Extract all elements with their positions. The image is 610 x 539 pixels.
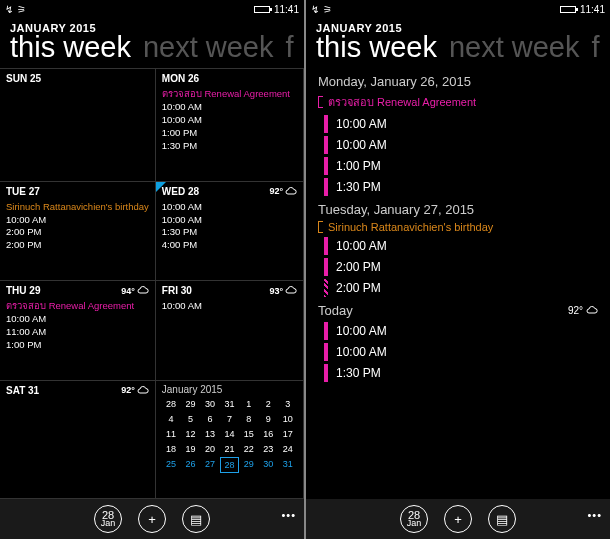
event-color-bar [324, 237, 328, 255]
agenda-list[interactable]: Monday, January 26, 2015ตรวจสอบ Renewal … [306, 62, 610, 499]
mini-day[interactable]: 25 [162, 457, 180, 473]
event-line[interactable]: ตรวจสอบ Renewal Agreement [6, 300, 149, 313]
agenda-item[interactable]: 1:00 PM [324, 157, 598, 175]
mini-day[interactable]: 31 [279, 457, 297, 473]
event-line[interactable]: 2:00 PM [6, 239, 149, 252]
pivot-this-week[interactable]: this week [10, 32, 131, 62]
pivot-tabs[interactable]: this week next week feb [10, 32, 294, 62]
event-line[interactable]: 1:00 PM [6, 339, 149, 352]
agenda-item[interactable]: 2:00 PM [324, 279, 598, 297]
day-cell[interactable]: SUN 25 [0, 69, 156, 181]
mini-day[interactable]: 13 [201, 427, 219, 441]
mini-day[interactable]: 10 [279, 412, 297, 426]
mini-month[interactable]: January 20152829303112345678910111213141… [156, 381, 304, 499]
mini-day[interactable]: 27 [201, 457, 219, 473]
agenda-item[interactable]: 10:00 AM [324, 136, 598, 154]
agenda-item[interactable]: 10:00 AM [324, 115, 598, 133]
pivot-feb[interactable]: feb [591, 32, 600, 62]
agenda-allday-event[interactable]: ตรวจสอบ Renewal Agreement [318, 93, 598, 111]
mini-day[interactable]: 11 [162, 427, 180, 441]
pivot-this-week[interactable]: this week [316, 32, 437, 62]
mini-day[interactable]: 28 [220, 457, 238, 473]
mini-day[interactable]: 29 [181, 397, 199, 411]
mini-day[interactable]: 1 [240, 397, 258, 411]
day-cell[interactable]: MON 26ตรวจสอบ Renewal Agreement10:00 AM1… [156, 69, 304, 181]
mini-day[interactable]: 19 [181, 442, 199, 456]
event-line[interactable]: 10:00 AM [162, 114, 297, 127]
mini-day[interactable]: 7 [220, 412, 238, 426]
day-cell[interactable]: FRI 3093° 10:00 AM [156, 281, 304, 381]
event-line[interactable]: 10:00 AM [6, 214, 149, 227]
agenda-day-header: Today92° [318, 303, 598, 318]
event-line[interactable]: 1:00 PM [162, 127, 297, 140]
mini-day[interactable]: 30 [259, 457, 277, 473]
today-button[interactable]: 28Jan [94, 505, 122, 533]
event-line[interactable]: ตรวจสอบ Renewal Agreement [162, 88, 297, 101]
event-line[interactable]: 10:00 AM [162, 300, 297, 313]
mini-day[interactable]: 26 [181, 457, 199, 473]
mini-day[interactable]: 24 [279, 442, 297, 456]
agenda-item[interactable]: 10:00 AM [324, 237, 598, 255]
mini-day[interactable]: 3 [279, 397, 297, 411]
day-cell[interactable]: THU 2994° ตรวจสอบ Renewal Agreement10:00… [0, 281, 156, 381]
mini-day[interactable]: 9 [259, 412, 277, 426]
view-button[interactable]: ▤ [488, 505, 516, 533]
mini-day[interactable]: 31 [220, 397, 238, 411]
battery-icon [560, 6, 576, 13]
mini-day[interactable]: 21 [220, 442, 238, 456]
pivot-next-week[interactable]: next week [143, 32, 274, 62]
event-line[interactable]: 10:00 AM [162, 201, 297, 214]
event-line[interactable]: 1:30 PM [162, 140, 297, 153]
event-line[interactable]: 4:00 PM [162, 239, 297, 252]
agenda-item[interactable]: 2:00 PM [324, 258, 598, 276]
agenda-item[interactable]: 1:30 PM [324, 178, 598, 196]
mini-day[interactable]: 30 [201, 397, 219, 411]
agenda-item[interactable]: 1:30 PM [324, 364, 598, 382]
mini-day[interactable]: 18 [162, 442, 180, 456]
day-cell[interactable]: SAT 3192° [0, 381, 156, 499]
event-line[interactable]: 2:00 PM [6, 226, 149, 239]
mini-day[interactable]: 29 [240, 457, 258, 473]
event-line[interactable]: 10:00 AM [6, 313, 149, 326]
nfc-icon: ↯ [5, 4, 13, 15]
day-cell[interactable]: TUE 27Sirinuch Rattanavichien's birthday… [0, 182, 156, 282]
agenda-item[interactable]: 10:00 AM [324, 322, 598, 340]
add-button[interactable]: + [444, 505, 472, 533]
mini-month-title: January 2015 [162, 384, 297, 395]
mini-day[interactable]: 2 [259, 397, 277, 411]
mini-day[interactable]: 16 [259, 427, 277, 441]
mini-day[interactable]: 8 [240, 412, 258, 426]
pivot-feb[interactable]: feb [285, 32, 294, 62]
event-color-bar [324, 364, 328, 382]
mini-day[interactable]: 17 [279, 427, 297, 441]
event-line[interactable]: 1:30 PM [162, 226, 297, 239]
mini-day[interactable]: 6 [201, 412, 219, 426]
pivot-next-week[interactable]: next week [449, 32, 580, 62]
event-line[interactable]: 10:00 AM [162, 101, 297, 114]
mini-day[interactable]: 14 [220, 427, 238, 441]
event-line[interactable]: Sirinuch Rattanavichien's birthday [6, 201, 149, 214]
pivot-tabs[interactable]: this week next week feb [316, 32, 600, 62]
today-button[interactable]: 28Jan [400, 505, 428, 533]
mini-day[interactable]: 22 [240, 442, 258, 456]
weather-temp: 93° [269, 286, 297, 296]
agenda-time: 1:30 PM [336, 366, 381, 380]
mini-day[interactable]: 28 [162, 397, 180, 411]
view-button[interactable]: ▤ [182, 505, 210, 533]
weather-temp: 92° [269, 186, 297, 196]
mini-day[interactable]: 4 [162, 412, 180, 426]
event-line[interactable]: 10:00 AM [162, 214, 297, 227]
agenda-time: 1:00 PM [336, 159, 381, 173]
event-line[interactable]: 11:00 AM [6, 326, 149, 339]
mini-day[interactable]: 5 [181, 412, 199, 426]
day-cell[interactable]: WED 2892° 10:00 AM10:00 AM1:30 PM4:00 PM [156, 182, 304, 282]
more-button[interactable]: ••• [281, 509, 296, 521]
agenda-allday-event[interactable]: Sirinuch Rattanavichien's birthday [318, 221, 598, 233]
add-button[interactable]: + [138, 505, 166, 533]
more-button[interactable]: ••• [587, 509, 602, 521]
mini-day[interactable]: 15 [240, 427, 258, 441]
mini-day[interactable]: 12 [181, 427, 199, 441]
mini-day[interactable]: 20 [201, 442, 219, 456]
mini-day[interactable]: 23 [259, 442, 277, 456]
agenda-item[interactable]: 10:00 AM [324, 343, 598, 361]
